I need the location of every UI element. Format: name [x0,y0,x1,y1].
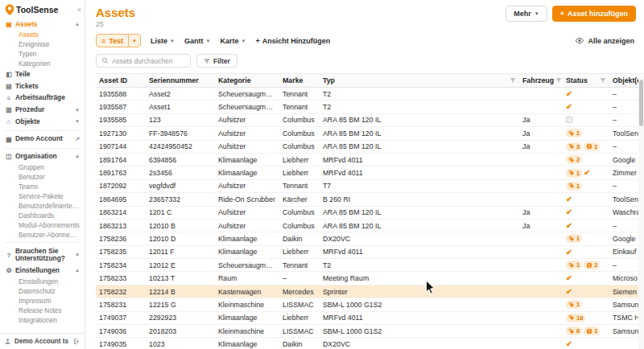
sidebar-item-einstellungen[interactable]: ⚙Einstellungen▲ [4,265,80,277]
search-input[interactable] [112,57,185,65]
table-row[interactable]: 17490372292923KlimaanlageLiebherrMRFvd 4… [96,312,644,325]
table-row[interactable]: 175823612010 DKlimaanlageDaikinDX20VC1Go… [96,232,644,245]
more-button[interactable]: Mehr▼ [506,6,547,22]
sidebar-subitem-teams[interactable]: Teams [4,182,80,191]
table-row[interactable]: 186469523657332Ride-On ScrubberKärcherB … [96,193,644,206]
status-tag-badge[interactable]: 1 [566,129,582,138]
chevron-down-icon[interactable]: ▼ [128,35,140,47]
sidebar-subitem-impressum[interactable]: Impressum [4,296,80,306]
status-tag-badge[interactable]: 1 [566,169,582,178]
column-header-kategorie[interactable]: Kategorie [215,76,279,84]
sidebar-subitem-modul-abonnements[interactable]: Modul-Abonnements [4,220,80,230]
show-all-button[interactable]: Alle anzeigen [575,37,634,45]
list-view-icon: ≡ [101,37,105,45]
status-check-icon: ✔ [566,90,572,98]
sidebar-item-organisation[interactable]: ◫Organisation▲ [4,151,80,163]
column-header-status[interactable]: Status [563,76,609,84]
column-header-fahrzeug[interactable]: Fahrzeug [519,76,563,84]
table-row[interactable]: 17490351023KlimaanlageDaikinDX20VC✔ [96,338,644,349]
view-tabs-row: ≡Test▼Liste▼Gantt▼Karte▼ + Ansicht Hinzu… [85,28,644,51]
filter-button[interactable]: Filter [196,54,237,68]
scrollbar-thumb[interactable] [639,80,643,126]
page-header: Assets 25 Mehr▼ +Asset hinzufügen [85,0,644,28]
table-row[interactable]: 1935588Asset2ScheuersaugmaschineTennantT… [96,88,644,101]
column-header-seriennummer[interactable]: Seriennummer [146,76,215,84]
table-row[interactable]: 18632141201 CAufsitzerColumbusARA 85 BM … [96,207,644,220]
status-tag-badge[interactable]: 2 [566,155,582,164]
status-empty-icon [566,117,572,123]
toolsense-logo-icon [5,4,14,15]
sidebar-subitem-benutzer-abonnements[interactable]: Benutzer-Abonnements [4,230,80,240]
add-asset-button[interactable]: +Asset hinzufügen [552,6,636,22]
cell-serial: 12010 B [146,222,215,230]
table-row[interactable]: 1935587Asset1ScheuersaugmaschineTennantT… [96,101,644,113]
sidebar-item-assets[interactable]: ▣Assets▲ [4,18,80,31]
table-row[interactable]: 1872092vegfdvdfAufsitzerTennantT71– [96,180,644,193]
table-row[interactable]: 186321312010 BAufsitzerColumbusARA 85 BM… [96,220,644,232]
table-row[interactable]: 190714442424950452AufsitzerColumbusARA 8… [96,141,644,154]
status-issue-badge[interactable]: 2 [584,261,600,269]
cell-asset-id: 1935585 [96,116,146,124]
logout-icon[interactable] [73,338,80,345]
table-row[interactable]: 1927130FF-3948576AufsitzerColumbusARA 85… [96,127,644,140]
status-tag-badge[interactable]: 1 [566,261,582,269]
table-row[interactable]: 1935585123AufsitzerColumbusARA 85 BM 120… [96,114,644,127]
vertical-scrollbar[interactable] [638,77,644,349]
view-tab-liste[interactable]: Liste▼ [151,37,175,45]
table-row[interactable]: 175823512011 FKlimaanlageLiebherrMRFvd 4… [96,246,644,259]
status-tag-badge[interactable]: 18 [566,314,585,322]
sidebar-collapse-icon[interactable]: « [77,6,81,14]
cell-status: 31 [563,142,609,151]
sidebar-divider [4,148,80,149]
sidebar-subitem-integrationen[interactable]: Integrationen [4,315,80,325]
sidebar-subitem-kategorien[interactable]: Kategorien [4,60,80,69]
sidebar-subitem-benutzer[interactable]: Benutzer [4,172,80,182]
view-tab-gantt[interactable]: Gantt▼ [184,37,210,45]
table-row[interactable]: 18917632s3456KlimaanlageLiebherrMRFvd 40… [96,166,644,179]
sidebar: ToolSense « ▣Assets▲AssetsEreignisseType… [0,0,85,349]
status-tag-badge[interactable]: 3 [566,142,582,151]
add-view-button[interactable]: + Ansicht Hinzufügen [255,37,330,45]
status-tag-badge[interactable]: 1 [566,300,582,309]
sidebar-subitem-benutzerdefinierte-felder[interactable]: Benutzerdefinierte Felder [4,201,80,211]
column-header-marke[interactable]: Marke [279,76,320,84]
badge-count: 1 [576,235,580,242]
table-row[interactable]: 175823112215 GKleinmaschineLISSMACSBM-L … [96,298,644,311]
sidebar-item-demo-account[interactable]: ▦Demo Account↗ [4,133,80,146]
filter-funnel-icon[interactable] [510,77,516,84]
status-tag-badge[interactable]: 1 [566,234,582,243]
view-tab-karte[interactable]: Karte▼ [220,37,246,45]
view-tab-test-active[interactable]: ≡Test▼ [96,34,141,47]
sidebar-item-objekte[interactable]: ⌂Objekte▼ [4,116,80,128]
tickets-icon: ▤ [5,83,13,90]
parts-icon: ◧ [5,71,13,78]
sidebar-item-tickets[interactable]: ▤Tickets [4,80,80,92]
status-issue-badge[interactable]: 1 [584,142,600,151]
filter-funnel-icon[interactable] [600,77,606,84]
sidebar-subitem-einstellungen[interactable]: Einstellungen [4,277,80,286]
table-row[interactable]: 175823412012 EScheuersaugmaschineTennant… [96,259,644,272]
sidebar-subitem-ereignisse[interactable]: Ereignisse [4,40,80,50]
sidebar-footer[interactable]: Demo Account ts [0,333,85,349]
table-row[interactable]: 175823310213 TRaum–Meeting Raum✔Microso [96,272,644,285]
table-row[interactable]: 175823212214 BKastenwagenMercedesSprinte… [96,285,644,298]
status-tag-badge[interactable]: 1 [566,182,582,191]
sidebar-item-prozedur[interactable]: ▥Prozedur▼ [4,105,80,117]
sidebar-subitem-release-notes[interactable]: Release Notes [4,306,80,315]
sidebar-subitem-dashboards[interactable]: Dashboards [4,211,80,220]
status-issue-badge[interactable]: 1 [584,326,600,335]
sidebar-subitem-typen[interactable]: Typen [4,50,80,60]
status-tag-badge[interactable]: 6 [566,326,582,335]
filter-funnel-icon[interactable] [555,77,562,84]
table-row[interactable]: 18917646394856KlimaanlageLiebherrMRFvd 4… [96,154,644,166]
sidebar-item-brauchen-sie-unterstützung[interactable]: ?Brauchen Sie Unterstützung?▼ [4,245,80,265]
table-row[interactable]: 17490362018203KleinmaschineLISSMACSBM-L … [96,325,644,338]
column-header-asset-id[interactable]: Asset ID [96,76,146,84]
sidebar-subitem-gruppen[interactable]: Gruppen [4,162,80,172]
sidebar-item-arbeitsaufträge[interactable]: ≡Arbeitsaufträge [4,92,80,105]
sidebar-item-teile[interactable]: ◧Teile [4,69,80,81]
sidebar-subitem-service-pakete[interactable]: Service-Pakete [4,191,80,201]
sidebar-subitem-datenschutz[interactable]: Datenschutz [4,286,80,296]
sidebar-subitem-assets[interactable]: Assets [4,31,80,40]
column-header-typ[interactable]: Typ [320,76,519,84]
